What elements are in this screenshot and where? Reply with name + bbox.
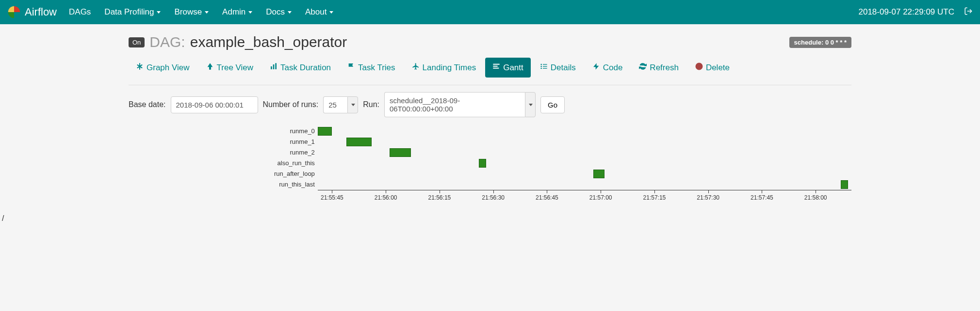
tab-task-tries[interactable]: Task Tries — [340, 58, 403, 78]
caret-icon — [288, 11, 292, 14]
task-label: run_this_last — [274, 179, 315, 190]
tab-details[interactable]: Details — [533, 58, 583, 78]
num-runs-label: Number of runs: — [263, 100, 319, 109]
tab-task-duration[interactable]: Task Duration — [262, 58, 338, 78]
brand-link[interactable]: Airflow — [7, 5, 57, 19]
stray-slash: / — [0, 214, 980, 223]
axis-tick-label: 21:58:00 — [804, 194, 827, 201]
svg-rect-2 — [273, 64, 275, 69]
axis-tick-label: 21:55:45 — [321, 194, 343, 201]
nav-admin[interactable]: Admin — [222, 7, 252, 17]
gantt-bar[interactable] — [479, 159, 486, 168]
axis-tick-label: 21:56:00 — [375, 194, 397, 201]
gantt-row — [318, 137, 851, 147]
run-select[interactable]: scheduled__2018-09-06T00:00:00+00:00 — [384, 92, 536, 117]
gantt-chart: runme_0 runme_1 runme_2 also_run_this ru… — [274, 126, 851, 204]
gantt-bar[interactable] — [593, 170, 604, 178]
tab-landing-times[interactable]: Landing Times — [405, 58, 484, 78]
axis-tick-label: 21:56:30 — [482, 194, 505, 201]
caret-icon — [157, 11, 161, 14]
tab-delete[interactable]: Delete — [688, 58, 737, 78]
svg-rect-1 — [271, 66, 272, 69]
caret-icon — [248, 11, 252, 14]
flag-icon — [347, 62, 355, 73]
svg-rect-5 — [493, 66, 497, 67]
svg-rect-4 — [493, 64, 499, 65]
nav-docs[interactable]: Docs — [266, 7, 292, 17]
svg-rect-10 — [543, 66, 547, 66]
caret-icon — [205, 11, 209, 14]
tab-gantt[interactable]: Gantt — [485, 58, 531, 78]
nav-browse[interactable]: Browse — [174, 7, 209, 17]
gantt-task-labels: runme_0 runme_1 runme_2 also_run_this ru… — [274, 126, 318, 204]
tab-refresh[interactable]: Refresh — [632, 58, 686, 78]
task-label: run_after_loop — [274, 169, 315, 179]
dag-name: example_bash_operator — [190, 34, 347, 50]
airflow-logo-icon — [7, 5, 21, 19]
refresh-icon — [639, 62, 647, 73]
logout-icon[interactable] — [964, 7, 973, 18]
dag-toggle[interactable]: On — [129, 37, 145, 47]
chevron-down-icon[interactable] — [347, 96, 358, 113]
gantt-row — [318, 126, 851, 137]
main-container: On DAG: example_bash_operator schedule: … — [121, 24, 859, 214]
bar-chart-icon — [270, 62, 278, 73]
go-button[interactable]: Go — [540, 96, 565, 113]
svg-rect-6 — [493, 68, 499, 69]
chevron-down-icon[interactable] — [525, 92, 536, 117]
gantt-bar[interactable] — [841, 180, 848, 189]
task-label: also_run_this — [274, 158, 315, 169]
navbar-right: 2018-09-07 22:29:09 UTC — [858, 7, 973, 18]
axis-tick-label: 21:57:30 — [697, 194, 719, 201]
nav-about[interactable]: About — [305, 7, 333, 17]
svg-rect-3 — [275, 63, 277, 69]
tabs: Graph View Tree View Task Duration Task … — [129, 58, 851, 78]
axis-tick-label: 21:57:45 — [751, 194, 773, 201]
gantt-plot-area: 21:55:4521:56:0021:56:1521:56:3021:56:45… — [318, 126, 851, 204]
tab-tree-view[interactable]: Tree View — [199, 58, 261, 78]
delete-icon — [695, 62, 703, 73]
task-label: runme_2 — [274, 147, 315, 158]
tree-icon — [206, 62, 214, 73]
bolt-icon — [592, 62, 600, 73]
clock-text: 2018-09-07 22:29:09 UTC — [858, 7, 954, 17]
caret-icon — [329, 11, 333, 14]
base-date-label: Base date: — [129, 100, 166, 109]
axis-tick-label: 21:57:00 — [589, 194, 612, 201]
divider — [129, 85, 851, 85]
axis-tick-label: 21:57:15 — [643, 194, 666, 201]
dag-title-row: On DAG: example_bash_operator — [129, 34, 347, 50]
gantt-bar[interactable] — [346, 138, 372, 146]
axis-tick-label: 21:56:45 — [536, 194, 558, 201]
svg-point-11 — [540, 68, 542, 69]
schedule-badge[interactable]: schedule: 0 0 * * * — [789, 37, 851, 48]
list-icon — [540, 62, 548, 73]
base-date-input[interactable] — [171, 96, 258, 113]
asterisk-icon — [136, 62, 144, 73]
gantt-row — [318, 158, 851, 169]
gantt-bar[interactable] — [390, 148, 411, 157]
controls-row: Base date: Number of runs: 25 Run: sched… — [129, 92, 851, 117]
navbar-nav: DAGs Data Profiling Browse Admin Docs Ab… — [69, 7, 858, 17]
navbar: Airflow DAGs Data Profiling Browse Admin… — [0, 0, 980, 24]
svg-rect-12 — [543, 68, 547, 68]
gantt-axis: 21:55:4521:56:0021:56:1521:56:3021:56:45… — [318, 190, 851, 204]
tab-code[interactable]: Code — [585, 58, 630, 78]
svg-rect-8 — [543, 64, 547, 64]
tab-graph-view[interactable]: Graph View — [129, 58, 197, 78]
run-label: Run: — [363, 100, 379, 109]
nav-dags[interactable]: DAGs — [69, 7, 91, 17]
dag-header: On DAG: example_bash_operator schedule: … — [129, 34, 851, 50]
gantt-bar[interactable] — [318, 127, 332, 136]
task-label: runme_0 — [274, 126, 315, 137]
axis-tick-label: 21:56:15 — [428, 194, 451, 201]
svg-point-7 — [540, 64, 542, 65]
num-runs-select[interactable]: 25 — [323, 96, 358, 113]
nav-data-profiling[interactable]: Data Profiling — [104, 7, 161, 17]
svg-point-9 — [540, 66, 542, 67]
plane-icon — [412, 62, 420, 73]
gantt-row — [318, 147, 851, 158]
dag-label: DAG: — [149, 34, 185, 50]
brand-text: Airflow — [25, 6, 57, 18]
gantt-row — [318, 179, 851, 190]
